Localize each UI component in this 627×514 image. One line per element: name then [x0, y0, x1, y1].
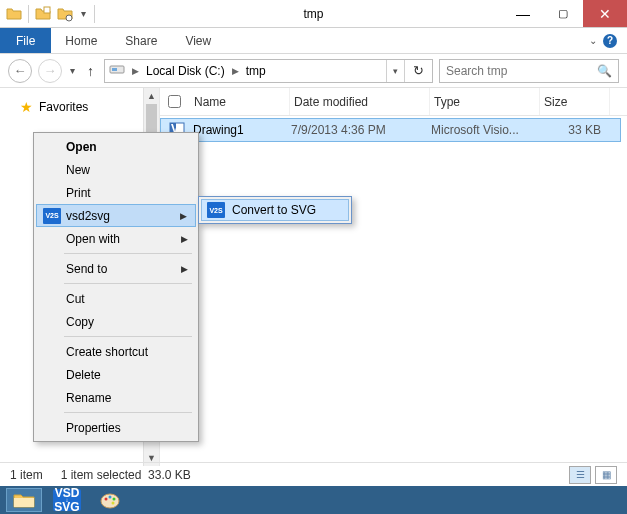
file-date: 7/9/2013 4:36 PM	[291, 123, 431, 137]
table-row[interactable]: V Drawing1 7/9/2013 4:36 PM Microsoft Vi…	[160, 118, 621, 142]
separator	[64, 336, 192, 337]
v2s-icon: V2S	[43, 208, 61, 224]
window-title: tmp	[303, 7, 323, 21]
title-bar: ▾ tmp — ▢ ✕	[0, 0, 627, 28]
icons-view-button[interactable]: ▦	[595, 466, 617, 484]
share-tab[interactable]: Share	[111, 28, 171, 53]
search-input[interactable]: Search tmp 🔍	[439, 59, 619, 83]
ctx-rename[interactable]: Rename	[36, 386, 196, 409]
svg-point-11	[105, 498, 108, 501]
search-icon: 🔍	[597, 64, 612, 78]
file-size: 33 KB	[541, 123, 611, 137]
search-placeholder: Search tmp	[446, 64, 507, 78]
column-type[interactable]: Type	[430, 88, 540, 115]
svg-point-14	[112, 502, 115, 505]
v2s-icon: V2S	[207, 202, 225, 218]
address-bar[interactable]: ▶ Local Disk (C:) ▶ tmp ▾ ↻	[104, 59, 433, 83]
view-tab[interactable]: View	[171, 28, 225, 53]
forward-button[interactable]: →	[38, 59, 62, 83]
drive-icon	[105, 61, 129, 80]
breadcrumb-segment[interactable]: Local Disk (C:)	[142, 60, 229, 82]
status-selected: 1 item selected	[61, 468, 142, 482]
chevron-right-icon: ▶	[180, 211, 187, 221]
ctx-vsd2svg[interactable]: V2S vsd2svg ▶	[36, 204, 196, 227]
ctx-print[interactable]: Print	[36, 181, 196, 204]
maximize-button[interactable]: ▢	[543, 0, 583, 27]
favorites-node[interactable]: ★ Favorites	[0, 96, 159, 118]
status-bar: 1 item 1 item selected 33.0 KB ☰ ▦	[0, 462, 627, 486]
svg-rect-0	[44, 7, 50, 13]
chevron-right-icon: ▶	[181, 264, 188, 274]
chevron-right-icon[interactable]: ▶	[129, 66, 142, 76]
address-bar-row: ← → ▾ ↑ ▶ Local Disk (C:) ▶ tmp ▾ ↻ Sear…	[0, 54, 627, 88]
chevron-right-icon[interactable]: ▶	[229, 66, 242, 76]
vsd-svg-icon: VSD ↓ SVG	[53, 489, 81, 511]
ctx-open-with[interactable]: Open with ▶	[36, 227, 196, 250]
ribbon-expand-icon[interactable]: ⌄	[589, 35, 597, 46]
svg-rect-9	[14, 498, 34, 507]
separator	[64, 283, 192, 284]
properties-icon[interactable]	[57, 6, 73, 22]
select-all-checkbox[interactable]	[168, 95, 190, 108]
ctx-new[interactable]: New	[36, 158, 196, 181]
file-type: Microsoft Visio...	[431, 123, 541, 137]
history-dropdown-icon[interactable]: ▾	[68, 65, 77, 76]
svg-point-12	[109, 496, 112, 499]
status-count: 1 item	[10, 468, 43, 482]
ctx-properties[interactable]: Properties	[36, 416, 196, 439]
task-explorer[interactable]	[6, 488, 42, 512]
favorites-label: Favorites	[39, 100, 88, 114]
separator	[64, 412, 192, 413]
address-dropdown-icon[interactable]: ▾	[386, 60, 404, 82]
ribbon: File Home Share View ⌄ ?	[0, 28, 627, 54]
qat-dropdown-icon[interactable]: ▾	[79, 8, 88, 19]
star-icon: ★	[20, 99, 33, 115]
ctx-create-shortcut[interactable]: Create shortcut	[36, 340, 196, 363]
new-folder-icon[interactable]	[35, 6, 51, 22]
breadcrumb-segment[interactable]: tmp	[242, 60, 270, 82]
task-paint[interactable]	[92, 488, 128, 512]
svg-point-1	[66, 15, 72, 21]
refresh-button[interactable]: ↻	[404, 60, 432, 82]
file-tab[interactable]: File	[0, 28, 51, 53]
minimize-button[interactable]: —	[503, 0, 543, 27]
ctx-open[interactable]: Open	[36, 135, 196, 158]
column-date[interactable]: Date modified	[290, 88, 430, 115]
details-view-button[interactable]: ☰	[569, 466, 591, 484]
column-name[interactable]: Name	[190, 88, 290, 115]
home-tab[interactable]: Home	[51, 28, 111, 53]
ctx-delete[interactable]: Delete	[36, 363, 196, 386]
ctx-copy[interactable]: Copy	[36, 310, 196, 333]
column-headers: Name Date modified Type Size	[160, 88, 627, 116]
chevron-right-icon: ▶	[181, 234, 188, 244]
file-list: Name Date modified Type Size V Drawing1 …	[160, 88, 627, 466]
svg-point-13	[113, 498, 116, 501]
ctx-send-to[interactable]: Send to ▶	[36, 257, 196, 280]
close-button[interactable]: ✕	[583, 0, 627, 27]
column-size[interactable]: Size	[540, 88, 610, 115]
folder-icon	[6, 6, 22, 22]
status-size: 33.0 KB	[148, 468, 191, 482]
task-vsd2svg[interactable]: VSD ↓ SVG	[46, 488, 88, 512]
up-button[interactable]: ↑	[83, 63, 98, 79]
taskbar: VSD ↓ SVG	[0, 486, 627, 514]
back-button[interactable]: ←	[8, 59, 32, 83]
svg-rect-3	[112, 68, 117, 71]
ctx-convert-svg[interactable]: V2S Convert to SVG	[201, 199, 349, 221]
context-submenu: V2S Convert to SVG	[198, 196, 352, 224]
separator	[64, 253, 192, 254]
context-menu: Open New Print V2S vsd2svg ▶ Open with ▶…	[33, 132, 199, 442]
help-icon[interactable]: ?	[603, 34, 617, 48]
ctx-cut[interactable]: Cut	[36, 287, 196, 310]
file-name: Drawing1	[191, 123, 291, 137]
scroll-up-icon[interactable]: ▲	[144, 88, 159, 104]
